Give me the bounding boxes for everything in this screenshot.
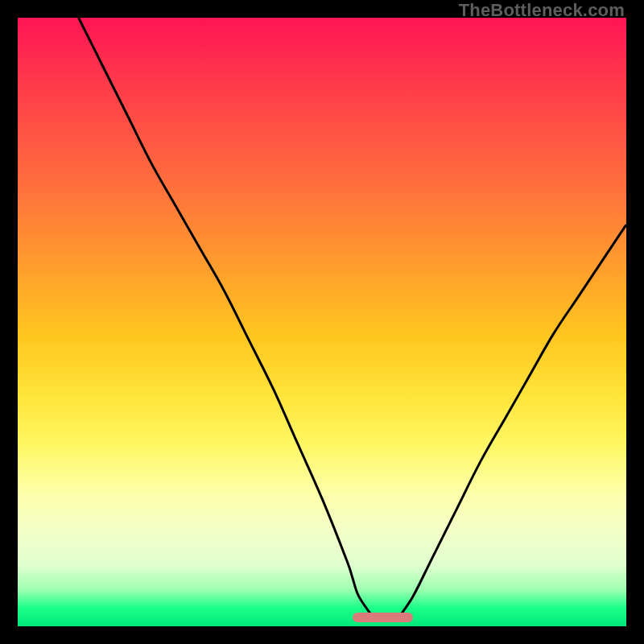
optimal-range-marker: [353, 613, 414, 622]
watermark-text: TheBottleneck.com: [459, 0, 625, 21]
left-curve-path: [79, 18, 371, 614]
bottleneck-chart: [18, 18, 626, 626]
bottleneck-curve: [18, 18, 626, 626]
right-curve-path: [401, 225, 626, 614]
